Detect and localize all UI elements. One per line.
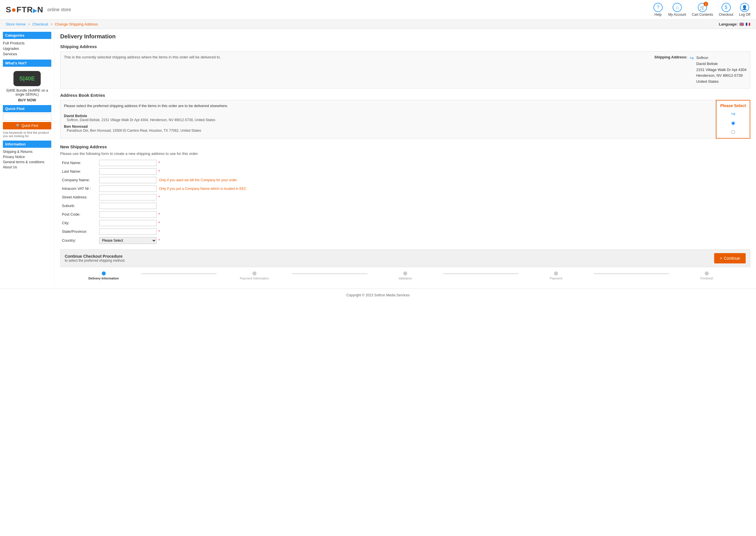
input-postcode[interactable]	[99, 211, 157, 218]
progress-step-finished: Finished!	[669, 271, 744, 280]
sidebar-quick-find-title: Quick Find	[3, 105, 51, 112]
label-company: Company Name:	[60, 176, 97, 184]
quick-find-input[interactable]	[3, 114, 51, 120]
home-icon: ⌂	[672, 3, 682, 12]
logo-play: ▶	[33, 8, 37, 14]
nav-checkout[interactable]: $ Checkout	[719, 3, 733, 17]
page-title: Delivery Information	[60, 33, 750, 40]
radio-addr-2[interactable]	[731, 130, 735, 134]
sidebar-item-full-products[interactable]: Full Products	[3, 40, 51, 46]
shipping-address-section: Shipping Address This is the currently s…	[60, 44, 750, 88]
step-label-validation: Validation	[398, 277, 412, 280]
sidebar-item-services[interactable]: Services	[3, 51, 51, 57]
nav-cart[interactable]: 🛒 1 Cart Contents	[692, 3, 713, 17]
address-book-section: Address Book Entries Please select the p…	[60, 93, 750, 139]
radio-addr-1[interactable]	[731, 121, 735, 125]
sidebar-item-upgrades[interactable]: Upgrades	[3, 46, 51, 51]
new-address-desc: Please use the following form to create …	[60, 151, 750, 156]
input-lastname[interactable]	[99, 168, 157, 175]
sidebar-info-links: Shipping & Returns Privacy Notice Genera…	[3, 149, 51, 170]
input-company[interactable]	[99, 177, 157, 183]
address-entry-1: David Belisle Softron, David Belisle, 21…	[64, 114, 712, 122]
continue-bar: Continue Checkout Procedure to select th…	[60, 250, 750, 267]
sidebar-whats-hot-title: What's Hot?	[3, 59, 51, 67]
footer-text: Copyright © 2023 Softron Media Services	[346, 293, 410, 297]
form-row-state: State/Province: *	[60, 227, 750, 236]
help-icon: ?	[653, 3, 663, 12]
sidebar: Categories Full Products Upgrades Servic…	[0, 29, 54, 286]
nav-logoff-label: Log Off	[739, 13, 750, 17]
shipping-current-label: Shipping Address:	[654, 55, 687, 59]
logo-o: ●	[12, 5, 17, 14]
form-row-vat: Intracom VAT Nr : Only if you put a Comp…	[60, 184, 750, 193]
header: S●FTR▶N online store ? Help ⌂ My Account…	[0, 0, 756, 20]
nav-myaccount-label: My Account	[668, 13, 686, 17]
logo: S●FTR▶N online store	[6, 5, 71, 14]
flag-fr[interactable]: 🇫🇷	[746, 22, 750, 26]
content-area: Delivery Information Shipping Address Th…	[54, 29, 756, 286]
input-vat[interactable]	[99, 185, 157, 192]
label-country: Country:	[60, 236, 97, 245]
new-address-section: New Shipping Address Please use the foll…	[60, 144, 750, 245]
product-box-text: S|40E	[19, 75, 35, 82]
breadcrumb-store-home[interactable]: Store Home	[6, 22, 25, 26]
label-city: City:	[60, 219, 97, 227]
sidebar-item-privacy[interactable]: Privacy Notice	[3, 154, 51, 159]
cart-icon: 🛒 1	[698, 3, 707, 12]
nav-myaccount[interactable]: ⌂ My Account	[668, 3, 686, 17]
form-row-country: Country: Please Select *	[60, 236, 750, 245]
input-street[interactable]	[99, 194, 157, 200]
sidebar-item-terms[interactable]: General terms & conditions	[3, 159, 51, 165]
required-country: *	[159, 238, 160, 243]
input-state[interactable]	[99, 228, 157, 235]
logo-online: online store	[47, 7, 71, 12]
quick-find-button[interactable]: 🔍 Quick Find	[3, 122, 51, 129]
progress-line-3	[443, 273, 519, 274]
progress-step-payment: Payment	[519, 271, 594, 280]
progress-bar: Delivery Information Payment Information…	[60, 267, 750, 282]
product-buy[interactable]: BUY NOW	[3, 98, 51, 102]
footer: Copyright © 2023 Softron Media Services	[0, 288, 756, 302]
main-layout: Categories Full Products Upgrades Servic…	[0, 29, 756, 286]
form-row-lastname: Last Name: *	[60, 167, 750, 176]
address-entry-detail-2: Paradisus Dei, Ben Novosad, 15500 El Cam…	[64, 129, 712, 133]
form-row-suburb: Suburb:	[60, 202, 750, 210]
user-icon: 👤	[740, 3, 749, 12]
input-firstname[interactable]	[99, 160, 157, 166]
sidebar-product: S|40E S|40E Bundle (4xMRE on a single SE…	[3, 68, 51, 105]
sidebar-information-title: Information	[3, 141, 51, 148]
step-dot-delivery	[102, 271, 106, 276]
logo-text: S●FTR▶N	[6, 5, 43, 14]
continue-title: Continue Checkout Procedure	[65, 254, 125, 258]
step-dot-finished	[705, 271, 709, 276]
required-lastname: *	[159, 169, 160, 174]
form-row-street: Street Address: *	[60, 193, 750, 202]
breadcrumb-checkout[interactable]: Checkout	[32, 22, 48, 26]
sidebar-item-about[interactable]: About Us	[3, 165, 51, 170]
new-address-title: New Shipping Address	[60, 144, 750, 149]
shipping-current: Shipping Address: ↪ Softron David Belisl…	[654, 55, 746, 85]
quick-find-desc: Use keywords to find the product you are…	[3, 131, 51, 138]
flag-uk[interactable]: 🇬🇧	[739, 22, 744, 26]
chevron-right-icon: >	[720, 256, 722, 260]
required-firstname: *	[159, 161, 160, 165]
please-select-box: Please Select ↪	[716, 100, 750, 139]
breadcrumb: Store Home > Checkout > Change Shipping …	[0, 20, 756, 29]
input-suburb[interactable]	[99, 203, 157, 209]
breadcrumb-sep2: >	[51, 22, 53, 26]
nav-logoff[interactable]: 👤 Log Off	[739, 3, 750, 17]
progress-step-payment-info: Payment Information	[217, 271, 292, 280]
address-entry-name-1: David Belisle	[64, 114, 712, 118]
continue-button[interactable]: > Continue	[714, 253, 746, 263]
continue-subtitle: to select the preferred shipping method.	[65, 258, 125, 263]
country-select[interactable]: Please Select	[99, 237, 157, 244]
form-row-company: Company Name: Only if you want we bill t…	[60, 176, 750, 184]
nav-help[interactable]: ? Help	[653, 3, 663, 17]
label-lastname: Last Name:	[60, 167, 97, 176]
sidebar-item-shipping[interactable]: Shipping & Returns	[3, 149, 51, 154]
input-city[interactable]	[99, 220, 157, 226]
required-city: *	[159, 221, 160, 225]
breadcrumb-language: Language: 🇬🇧 🇫🇷	[719, 22, 750, 26]
address-entry-detail-1: Softron, David Belisle, 2151 Village Wal…	[64, 118, 712, 122]
shipping-box: This is the currently selected shipping …	[60, 51, 750, 88]
